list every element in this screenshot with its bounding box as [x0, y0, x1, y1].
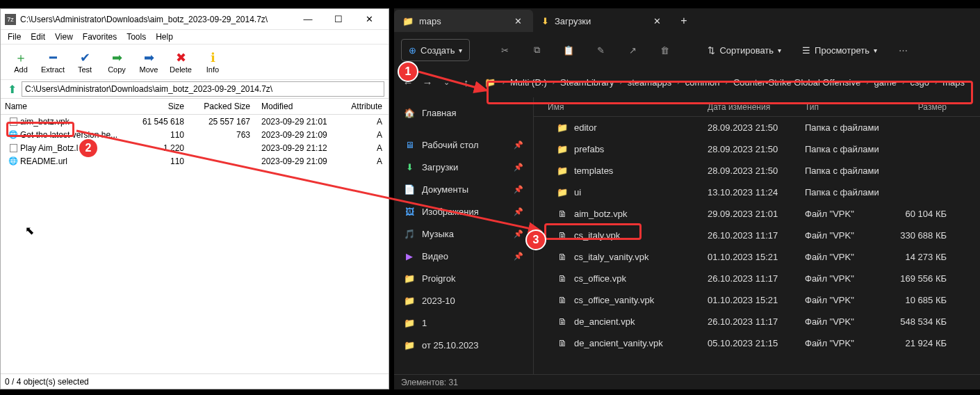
tab-maps[interactable]: 📁maps✕: [394, 10, 533, 32]
file-name: Get the latest version he...: [20, 130, 117, 140]
sidebar-item-8[interactable]: 📁2023-10: [394, 289, 533, 312]
breadcrumb-segment[interactable]: game: [872, 77, 900, 88]
file-date: 26.10.2023 11:17: [708, 316, 805, 327]
file-row[interactable]: 🌐README.url1102023-09-29 21:09A: [1, 154, 389, 168]
tool-label: Test: [78, 65, 92, 74]
create-button[interactable]: ⊕ Создать ▾: [401, 39, 470, 61]
chevron-down-icon: ▾: [459, 47, 462, 54]
explorer-column-header[interactable]: Имя Дата изменения Тип Размер: [534, 97, 980, 117]
sidebar-item-4[interactable]: 🖼Изображения📌: [394, 200, 533, 223]
col-size[interactable]: Size: [136, 102, 188, 111]
col-type[interactable]: Тип: [805, 102, 888, 112]
sevenzip-titlebar[interactable]: 7z C:\Users\Administrator\Downloads\aim_…: [1, 9, 389, 30]
sidebar-item-5[interactable]: 🎵Музыка📌: [394, 223, 533, 245]
paste-icon[interactable]: 📋: [556, 39, 581, 61]
file-icon: 🗎: [556, 295, 569, 305]
sort-button[interactable]: ⇅ Сортировать ▾: [701, 39, 788, 61]
tab-Загрузки[interactable]: ⬇Загрузки✕: [533, 10, 672, 32]
new-tab-button[interactable]: +: [672, 10, 696, 31]
view-button[interactable]: ☰ Просмотреть ▾: [795, 39, 884, 61]
maximize-button[interactable]: ☐: [323, 10, 354, 29]
menu-favorites[interactable]: Favorites: [79, 31, 121, 42]
sidebar-item-9[interactable]: 📁1: [394, 312, 533, 334]
menu-edit[interactable]: Edit: [26, 31, 49, 42]
menu-file[interactable]: File: [3, 31, 25, 42]
breadcrumb-segment[interactable]: common: [683, 77, 723, 88]
file-row[interactable]: 🌐Get the latest version he...1107632023-…: [1, 128, 389, 141]
col-date[interactable]: Дата изменения: [708, 102, 805, 112]
sidebar-item-1[interactable]: 🖥Рабочий стол📌: [394, 134, 533, 156]
close-tab-icon[interactable]: ✕: [651, 16, 664, 26]
sidebar-label: Документы: [422, 184, 468, 195]
col-packed-size[interactable]: Packed Size: [188, 102, 254, 111]
more-icon[interactable]: ⋯: [891, 39, 916, 61]
file-row[interactable]: 🗎cs_office_vanity.vpk01.10.2023 15:21Фай…: [534, 289, 980, 311]
breadcrumb-segment[interactable]: SteamLibrary: [557, 77, 616, 88]
file-name: templates: [574, 166, 613, 176]
rename-icon[interactable]: ✎: [588, 39, 613, 61]
sidebar-item-2[interactable]: ⬇Загрузки📌: [394, 156, 533, 178]
sidebar-item-10[interactable]: 📁от 25.10.2023: [394, 334, 533, 356]
file-row[interactable]: 📁prefabs28.09.2023 21:50Папка с файлами: [534, 138, 980, 160]
file-name: Play Aim_Botz.l: [20, 143, 78, 153]
col-size[interactable]: Размер: [888, 102, 958, 112]
tool-label: Move: [140, 65, 158, 74]
sidebar-item-0[interactable]: 🏠Главная: [394, 102, 533, 124]
file-row[interactable]: 🗎cs_italy.vpk26.10.2023 11:17Файл "VPK"3…: [534, 225, 980, 246]
tool-move[interactable]: ➡Move: [133, 49, 165, 75]
pin-icon: 📌: [514, 185, 523, 194]
file-row[interactable]: 🗎aim_botz.vpk29.09.2023 21:01Файл "VPK"6…: [534, 203, 980, 225]
tool-delete[interactable]: ✖Delete: [165, 49, 197, 75]
col-modified[interactable]: Modified: [254, 102, 345, 111]
tool-extract[interactable]: ━Extract: [37, 49, 69, 75]
breadcrumb-segment[interactable]: steamapps: [625, 77, 675, 88]
delete-icon[interactable]: 🗑: [652, 39, 677, 61]
chevron-down-icon[interactable]: ⌄: [440, 72, 454, 92]
file-row[interactable]: 📁ui13.10.2023 11:24Папка с файлами: [534, 182, 980, 203]
sevenzip-column-header[interactable]: Name Size Packed Size Modified Attribute: [1, 98, 389, 115]
file-row[interactable]: 📁editor28.09.2023 21:50Папка с файлами: [534, 117, 980, 138]
menu-view[interactable]: View: [51, 31, 77, 42]
file-row[interactable]: 🗎cs_office.vpk26.10.2023 11:17Файл "VPK"…: [534, 268, 980, 289]
breadcrumb[interactable]: 📁 ›Multi (D:)›SteamLibrary›steamapps›com…: [479, 70, 973, 94]
breadcrumb-segment[interactable]: csgo: [907, 77, 931, 88]
sevenzip-menubar: FileEditViewFavoritesToolsHelp: [1, 30, 389, 44]
tool-info[interactable]: ℹInfo: [197, 49, 229, 75]
up-folder-icon[interactable]: ⬆: [5, 82, 19, 96]
menu-tools[interactable]: Tools: [122, 31, 150, 42]
file-row[interactable]: 🗎de_ancient.vpk26.10.2023 11:17Файл "VPK…: [534, 311, 980, 332]
sidebar-item-6[interactable]: ▶Видео📌: [394, 245, 533, 267]
view-icon: ☰: [802, 45, 810, 56]
file-row[interactable]: 🗎cs_italy_vanity.vpk01.10.2023 15:21Файл…: [534, 246, 980, 268]
up-icon[interactable]: ↑: [459, 72, 473, 92]
file-row[interactable]: 🗎de_ancient_vanity.vpk05.10.2023 21:15Фа…: [534, 332, 980, 354]
forward-icon[interactable]: →: [420, 72, 434, 92]
breadcrumb-segment[interactable]: Counter-Strike Global Offensive: [730, 77, 863, 88]
file-row[interactable]: Play Aim_Botz.l1 2202023-09-29 21:12A: [1, 141, 389, 154]
close-button[interactable]: ✕: [354, 10, 384, 29]
copy-icon[interactable]: ⧉: [524, 39, 549, 61]
sidebar-item-7[interactable]: 📁Proigrok: [394, 267, 533, 289]
sevenzip-statusbar: 0 / 4 object(s) selected: [1, 373, 389, 389]
col-attribute[interactable]: Attribute: [345, 102, 386, 111]
file-row[interactable]: 📁templates28.09.2023 21:50Папка с файлам…: [534, 160, 980, 182]
col-name[interactable]: Имя: [534, 102, 708, 112]
sidebar-icon: 📁: [404, 296, 415, 306]
sevenzip-file-list[interactable]: aim_botz.vpk61 545 61825 557 1672023-09-…: [1, 115, 389, 366]
close-tab-icon[interactable]: ✕: [512, 16, 525, 26]
explorer-file-list[interactable]: 📁editor28.09.2023 21:50Папка с файлами📁p…: [534, 117, 980, 354]
tool-copy[interactable]: ➡Copy: [101, 49, 133, 75]
minimize-button[interactable]: —: [293, 10, 323, 29]
tool-test[interactable]: ✔Test: [69, 49, 101, 75]
pin-icon: 📌: [514, 207, 523, 216]
tool-add[interactable]: ＋Add: [5, 49, 37, 75]
col-name[interactable]: Name: [1, 102, 136, 111]
address-input[interactable]: [22, 81, 384, 97]
breadcrumb-segment[interactable]: maps: [940, 77, 967, 88]
file-row[interactable]: aim_botz.vpk61 545 61825 557 1672023-09-…: [1, 115, 389, 128]
menu-help[interactable]: Help: [152, 31, 177, 42]
cut-icon[interactable]: ✂: [492, 39, 517, 61]
sidebar-item-3[interactable]: 📄Документы📌: [394, 178, 533, 200]
breadcrumb-segment[interactable]: Multi (D:): [507, 77, 550, 88]
share-icon[interactable]: ↗: [620, 39, 645, 61]
